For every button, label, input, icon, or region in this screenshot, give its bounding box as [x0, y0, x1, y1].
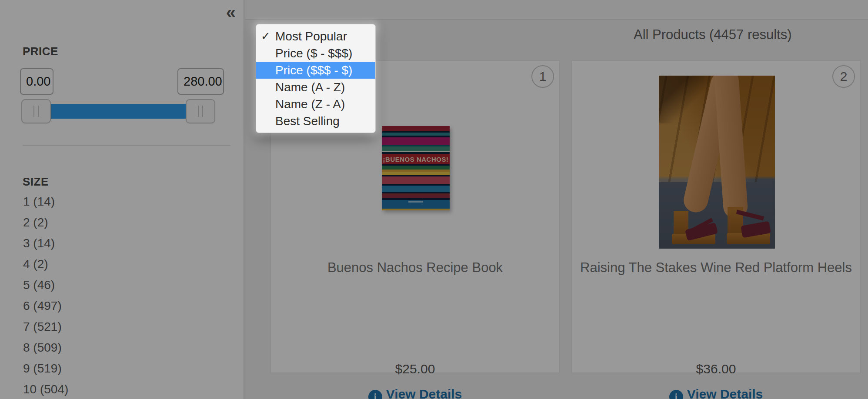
- sort-dropdown-menu: ✓Most Popular Price ($ - $$$) Price ($$$…: [256, 24, 376, 133]
- sort-option-best-selling[interactable]: Best Selling: [256, 113, 375, 130]
- sort-option-most-popular[interactable]: ✓Most Popular: [256, 28, 375, 45]
- sort-option-name-asc[interactable]: Name (A - Z): [256, 79, 375, 96]
- sort-option-price-desc[interactable]: Price ($$$ - $): [256, 62, 375, 79]
- sort-option-name-desc[interactable]: Name (Z - A): [256, 96, 375, 113]
- sort-option-price-asc[interactable]: Price ($ - $$$): [256, 45, 375, 62]
- checkmark-icon: ✓: [261, 28, 270, 45]
- dropdown-dim-overlay[interactable]: [0, 0, 868, 399]
